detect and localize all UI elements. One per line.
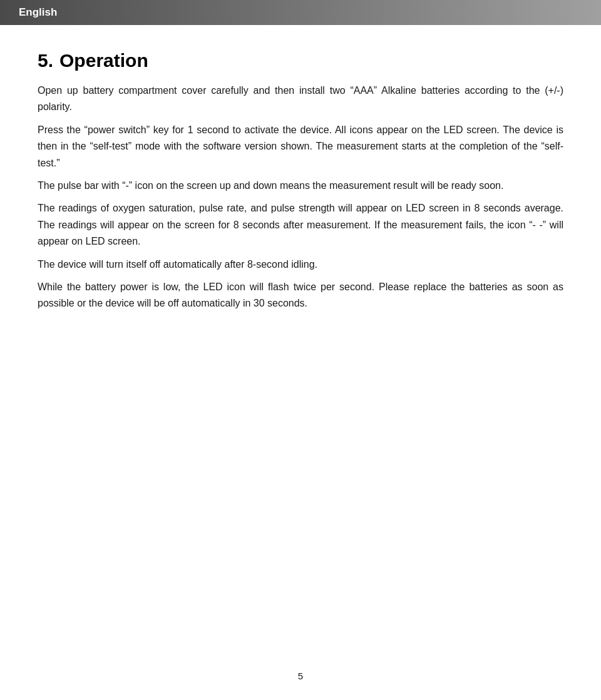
main-content: 5.Operation Open up battery compartment … bbox=[0, 25, 601, 362]
page-number: 5 bbox=[298, 671, 303, 681]
section-title: 5.Operation bbox=[38, 50, 563, 71]
section-number: 5. bbox=[38, 50, 53, 71]
header-bar: English bbox=[0, 0, 601, 25]
section-body: Open up battery compartment cover carefu… bbox=[38, 83, 563, 312]
paragraph-1: Open up battery compartment cover carefu… bbox=[38, 83, 563, 116]
paragraph-3: The pulse bar with “-” icon on the scree… bbox=[38, 178, 563, 194]
paragraph-2: Press the “power switch” key for 1 secon… bbox=[38, 122, 563, 171]
paragraph-4: The readings of oxygen saturation, pulse… bbox=[38, 200, 563, 250]
header-label: English bbox=[19, 6, 57, 18]
paragraph-5: The device will turn itself off automati… bbox=[38, 256, 563, 273]
section-title-text: Operation bbox=[59, 50, 148, 71]
paragraph-6: While the battery power is low, the LED … bbox=[38, 279, 563, 312]
